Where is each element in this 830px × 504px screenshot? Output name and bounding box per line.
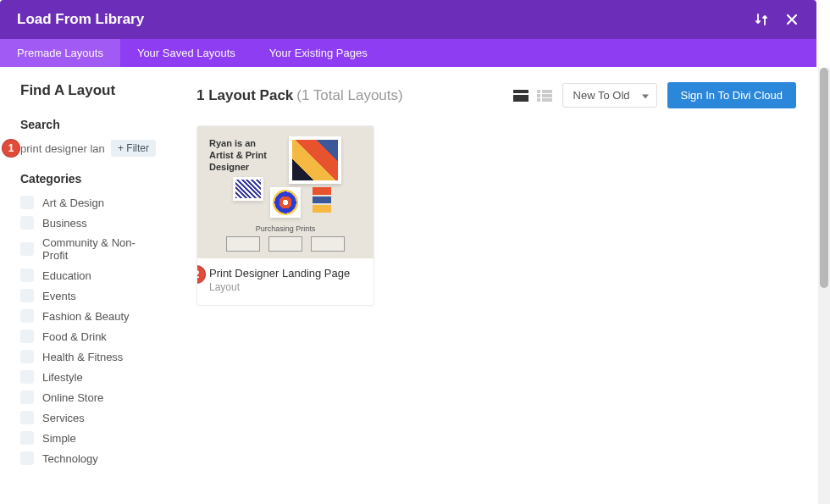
category-label: Community & Non-Profit — [42, 236, 156, 262]
content: Find A Layout Search 1 + Filter Categori… — [0, 67, 816, 504]
category-label: Business — [42, 217, 87, 230]
category-item[interactable]: Lifestyle — [20, 370, 156, 384]
card-thumbnail: Ryan is an Artist & Print Designer Purch… — [197, 126, 374, 258]
layout-card[interactable]: Ryan is an Artist & Print Designer Purch… — [196, 125, 374, 306]
category-checkbox[interactable] — [20, 289, 34, 302]
card-title: Print Designer Landing Page — [209, 267, 362, 280]
category-label: Technology — [42, 452, 98, 465]
library-modal: Load From Library Premade Layouts Your S… — [0, 0, 816, 504]
category-item[interactable]: Food & Drink — [20, 330, 156, 343]
category-label: Simple — [42, 432, 76, 445]
category-item[interactable]: Simple — [20, 431, 156, 445]
category-item[interactable]: Events — [20, 289, 156, 302]
thumb-section-label: Purchasing Prints — [197, 224, 374, 233]
categories-label: Categories — [20, 172, 156, 186]
category-list: Art & DesignBusinessCommunity & Non-Prof… — [20, 196, 156, 465]
scrollbar-thumb[interactable] — [820, 68, 828, 288]
category-label: Art & Design — [42, 197, 104, 209]
result-subcount: (1 Total Layouts) — [296, 87, 402, 104]
sort-select[interactable]: New To Old — [562, 83, 657, 108]
category-label: Online Store — [42, 391, 103, 404]
category-checkbox[interactable] — [20, 350, 34, 363]
close-icon[interactable] — [784, 12, 800, 27]
tab-existing-pages[interactable]: Your Existing Pages — [252, 39, 385, 67]
category-item[interactable]: Technology — [20, 451, 156, 465]
thumb-art-small-3 — [313, 187, 331, 213]
category-checkbox[interactable] — [20, 451, 34, 465]
category-label: Food & Drink — [42, 330, 107, 343]
annotation-badge-2: 2 — [196, 265, 206, 284]
titlebar: Load From Library — [0, 0, 816, 39]
signin-button[interactable]: Sign In To Divi Cloud — [667, 82, 796, 108]
grid-view-icon[interactable] — [513, 90, 528, 102]
category-checkbox[interactable] — [20, 411, 34, 424]
thumb-heading: Ryan is an Artist & Print Designer — [209, 138, 267, 173]
tabs: Premade Layouts Your Saved Layouts Your … — [0, 39, 816, 67]
category-checkbox[interactable] — [20, 370, 34, 384]
tab-saved-layouts[interactable]: Your Saved Layouts — [120, 39, 252, 67]
search-label: Search — [20, 118, 156, 131]
category-item[interactable]: Art & Design — [20, 196, 156, 209]
category-item[interactable]: Fashion & Beauty — [20, 309, 156, 323]
thumb-art-large — [289, 136, 341, 184]
sidebar-heading: Find A Layout — [20, 82, 156, 99]
thumb-box — [311, 236, 345, 252]
card-body: 2 Print Designer Landing Page Layout — [197, 258, 374, 305]
category-item[interactable]: Community & Non-Profit — [20, 236, 156, 262]
category-checkbox[interactable] — [20, 216, 34, 230]
category-label: Services — [42, 412, 85, 424]
titlebar-title: Load From Library — [17, 11, 754, 28]
category-label: Events — [42, 290, 76, 302]
view-toggle — [513, 90, 552, 102]
category-checkbox[interactable] — [20, 330, 34, 343]
result-count: 1 Layout Pack — [196, 87, 293, 104]
category-label: Fashion & Beauty — [42, 310, 130, 323]
filter-chip[interactable]: + Filter — [111, 140, 156, 157]
category-checkbox[interactable] — [20, 242, 34, 256]
main-header: 1 Layout Pack (1 Total Layouts) — [196, 82, 796, 108]
category-item[interactable]: Education — [20, 269, 156, 282]
category-checkbox[interactable] — [20, 390, 34, 404]
category-item[interactable]: Online Store — [20, 390, 156, 404]
search-row: 1 + Filter — [20, 140, 156, 157]
category-checkbox[interactable] — [20, 196, 34, 209]
sort-select-wrap: New To Old — [562, 83, 657, 108]
titlebar-actions — [754, 12, 800, 27]
category-label: Health & Fitness — [42, 351, 123, 363]
search-input[interactable] — [20, 142, 104, 155]
thumb-box — [268, 236, 302, 252]
thumb-lower-section: Purchasing Prints — [197, 224, 374, 252]
tab-premade-layouts[interactable]: Premade Layouts — [0, 39, 120, 67]
category-item[interactable]: Business — [20, 216, 156, 230]
category-label: Education — [42, 269, 91, 282]
header-right: New To Old Sign In To Divi Cloud — [513, 82, 796, 108]
thumb-art-small-2 — [270, 187, 301, 218]
list-view-icon[interactable] — [537, 90, 552, 102]
annotation-badge-1: 1 — [2, 139, 20, 158]
thumb-art-small-1 — [233, 177, 263, 201]
category-item[interactable]: Services — [20, 411, 156, 424]
category-label: Lifestyle — [42, 371, 83, 384]
sort-icon[interactable] — [754, 12, 769, 27]
card-subtitle: Layout — [209, 281, 362, 293]
main-panel: 1 Layout Pack (1 Total Layouts) — [176, 67, 816, 504]
category-checkbox[interactable] — [20, 309, 34, 323]
category-checkbox[interactable] — [20, 431, 34, 445]
category-item[interactable]: Health & Fitness — [20, 350, 156, 363]
sidebar: Find A Layout Search 1 + Filter Categori… — [0, 67, 176, 504]
category-checkbox[interactable] — [20, 269, 34, 282]
thumb-box — [226, 236, 260, 252]
